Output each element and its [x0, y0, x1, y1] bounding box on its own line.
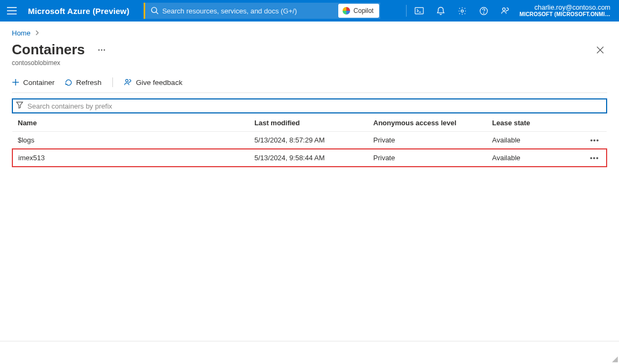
- page-subtitle: contosoblobimex: [12, 59, 607, 67]
- svg-marker-19: [17, 102, 23, 108]
- give-feedback-label: Give feedback: [136, 78, 182, 87]
- cell-last-modified: 5/13/2024, 8:57:29 AM: [250, 132, 369, 149]
- cell-access: Private: [369, 132, 488, 149]
- brand-label[interactable]: Microsoft Azure (Preview): [28, 6, 130, 16]
- azure-topbar: Microsoft Azure (Preview) Copilot charli…: [0, 0, 619, 22]
- refresh-button[interactable]: Refresh: [65, 78, 102, 87]
- global-search-input[interactable]: [145, 3, 339, 19]
- search-icon: [151, 6, 159, 16]
- topbar-icons: charlie.roy@contoso.com MICROSOFT (MICRO…: [404, 0, 615, 22]
- table-row[interactable]: $logs5/13/2024, 8:57:29 AMPrivateAvailab…: [12, 132, 607, 149]
- svg-rect-5: [415, 8, 423, 14]
- refresh-label: Refresh: [76, 78, 102, 87]
- svg-point-18: [125, 80, 128, 82]
- col-name[interactable]: Name: [12, 113, 250, 132]
- page-title: Containers: [12, 41, 85, 58]
- add-container-label: Container: [23, 78, 55, 87]
- cell-lease: Available: [488, 132, 583, 149]
- cell-name: $logs: [12, 132, 250, 149]
- settings-icon[interactable]: [452, 0, 473, 22]
- cell-lease: Available: [488, 149, 583, 167]
- cell-name: imex513: [12, 149, 250, 167]
- feedback-icon[interactable]: [495, 0, 516, 22]
- col-last-modified[interactable]: Last modified: [250, 113, 369, 132]
- resize-handle-icon[interactable]: ◢: [612, 354, 618, 363]
- containers-table: Name Last modified Anonymous access leve…: [12, 113, 607, 167]
- cell-last-modified: 5/13/2024, 9:58:44 AM: [250, 149, 369, 167]
- row-more-icon[interactable]: •••: [583, 149, 607, 167]
- global-search[interactable]: Copilot: [144, 3, 380, 19]
- filter-icon: [16, 102, 23, 110]
- col-lease[interactable]: Lease state: [488, 113, 583, 132]
- col-access[interactable]: Anonymous access level: [369, 113, 488, 132]
- filter-input[interactable]: [26, 102, 603, 111]
- svg-point-10: [503, 8, 506, 10]
- account-tenant: MICROSOFT (MICROSOFT.ONMI…: [520, 11, 610, 18]
- title-more-icon[interactable]: [96, 47, 108, 53]
- command-separator: [112, 77, 113, 87]
- account-email: charlie.roy@contoso.com: [535, 4, 610, 11]
- copilot-icon: [343, 7, 350, 15]
- svg-point-3: [151, 8, 156, 13]
- svg-point-13: [104, 49, 105, 51]
- cell-access: Private: [369, 149, 488, 167]
- svg-point-11: [98, 49, 100, 51]
- account-menu[interactable]: charlie.roy@contoso.com MICROSOFT (MICRO…: [516, 0, 615, 22]
- notifications-icon[interactable]: [430, 0, 452, 22]
- command-bar: Container Refresh Give feedback: [12, 77, 607, 93]
- footer-divider: [0, 341, 619, 341]
- copilot-button[interactable]: Copilot: [338, 4, 379, 18]
- page-header: Containers: [12, 41, 607, 58]
- topbar-separator: [406, 5, 407, 17]
- add-container-button[interactable]: Container: [12, 78, 55, 87]
- svg-point-12: [101, 49, 103, 51]
- hamburger-icon[interactable]: [0, 0, 24, 22]
- breadcrumb: Home: [12, 29, 607, 37]
- help-icon[interactable]: [473, 0, 495, 22]
- table-row[interactable]: imex5135/13/2024, 9:58:44 AMPrivateAvail…: [12, 149, 607, 167]
- cloud-shell-icon[interactable]: [409, 0, 430, 22]
- copilot-label: Copilot: [353, 7, 373, 15]
- row-more-icon[interactable]: •••: [583, 132, 607, 149]
- svg-line-4: [156, 12, 158, 14]
- close-icon[interactable]: [593, 43, 607, 57]
- filter-bar[interactable]: [12, 98, 607, 113]
- breadcrumb-home[interactable]: Home: [12, 29, 31, 37]
- svg-point-7: [461, 10, 464, 12]
- svg-point-9: [483, 12, 484, 13]
- page-content: Home Containers contosoblobimex Containe…: [0, 22, 619, 167]
- chevron-right-icon: [35, 29, 39, 37]
- give-feedback-button[interactable]: Give feedback: [124, 78, 182, 87]
